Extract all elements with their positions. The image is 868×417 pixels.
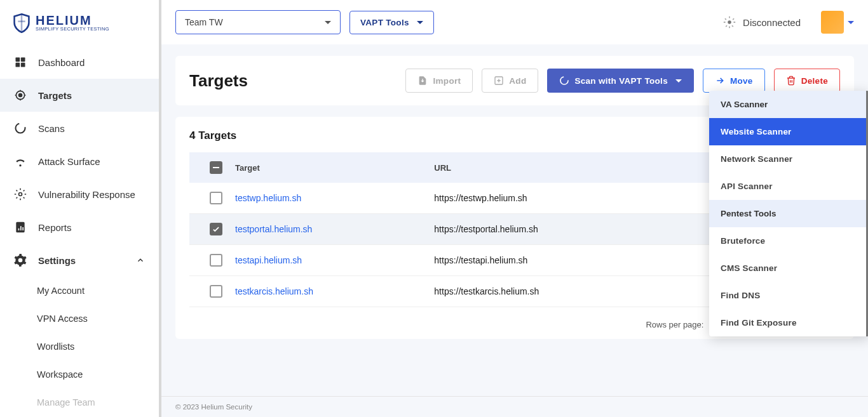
svg-rect-3 — [21, 63, 25, 67]
import-button[interactable]: Import — [405, 69, 473, 93]
dropdown-item-api-scanner[interactable]: API Scanner — [709, 173, 866, 200]
chevron-up-icon — [136, 256, 145, 265]
chevron-down-icon — [325, 21, 331, 24]
move-button[interactable]: Move — [703, 69, 765, 93]
sidebar-item-label: Targets — [38, 90, 72, 101]
wifi-icon — [14, 155, 27, 168]
sidebar-item-dashboard[interactable]: Dashboard — [0, 46, 159, 79]
sidebar-sub-my-account[interactable]: My Account — [0, 277, 159, 305]
dropdown-item-find-dns[interactable]: Find DNS — [709, 282, 866, 309]
check-icon — [212, 225, 220, 234]
target-url: https://testwp.helium.sh — [434, 193, 700, 203]
sidebar-item-vuln-response[interactable]: Vulnerability Response — [0, 178, 159, 211]
sidebar-sub-wordlists[interactable]: Wordlists — [0, 333, 159, 361]
dropdown-header-pentest: Pentest Tools — [709, 200, 866, 227]
svg-point-7 — [19, 193, 22, 196]
page-title: Targets — [189, 71, 248, 91]
sidebar-item-targets[interactable]: Targets — [0, 79, 159, 112]
sidebar-item-label: Vulnerability Response — [38, 189, 135, 200]
col-target: Target — [235, 163, 434, 173]
copyright: © 2023 Helium Security — [161, 396, 868, 417]
report-icon — [14, 221, 27, 234]
svg-rect-1 — [21, 58, 25, 62]
sidebar-sub-manage-team[interactable]: Manage Team — [0, 388, 159, 416]
sidebar: HELIUM SIMPLIFY SECURITY TESTING Dashboa… — [0, 0, 159, 417]
import-label: Import — [433, 76, 461, 86]
svg-rect-0 — [16, 58, 20, 62]
target-url: https://testapi.helium.sh — [434, 255, 700, 265]
dropdown-item-bruteforce[interactable]: Bruteforce — [709, 227, 866, 255]
logo-text: HELIUM — [36, 14, 109, 27]
svg-point-10 — [560, 77, 568, 84]
move-label: Move — [730, 76, 753, 86]
sidebar-item-label: Scans — [38, 123, 65, 134]
logo[interactable]: HELIUM SIMPLIFY SECURITY TESTING — [0, 8, 159, 46]
target-link[interactable]: testapi.helium.sh — [235, 255, 434, 265]
target-link[interactable]: testwp.helium.sh — [235, 193, 434, 203]
team-selector[interactable]: Team TW — [175, 10, 341, 34]
scan-icon — [559, 76, 569, 86]
svg-point-5 — [19, 94, 22, 97]
dropdown-item-website-scanner[interactable]: Website Scanner — [709, 118, 866, 145]
sidebar-sub-workspace[interactable]: Workspace — [0, 361, 159, 388]
sidebar-item-attack-surface[interactable]: Attack Surface — [0, 145, 159, 178]
scan-label: Scan with VAPT Tools — [574, 76, 668, 86]
connection-label: Disconnected — [743, 17, 801, 28]
svg-point-8 — [728, 20, 731, 24]
dashboard-icon — [14, 56, 27, 69]
checkbox-all[interactable] — [210, 161, 222, 174]
globe-icon — [722, 15, 736, 29]
target-link[interactable]: testportal.helium.sh — [235, 224, 434, 234]
row-checkbox[interactable] — [210, 223, 222, 235]
delete-label: Delete — [801, 76, 828, 86]
target-url: https://testkarcis.helium.sh — [434, 286, 700, 296]
row-checkbox[interactable] — [210, 285, 222, 298]
trash-icon — [786, 76, 796, 86]
delete-button[interactable]: Delete — [774, 69, 840, 93]
dropdown-item-cms-scanner[interactable]: CMS Scanner — [709, 255, 866, 282]
topbar: Team TW VAPT Tools Disconnected — [161, 0, 868, 44]
chevron-down-icon — [417, 21, 423, 24]
sidebar-item-scans[interactable]: Scans — [0, 112, 159, 145]
arrow-right-icon — [715, 76, 725, 86]
plus-icon — [494, 76, 504, 86]
add-button[interactable]: Add — [482, 69, 538, 93]
svg-rect-2 — [16, 63, 20, 67]
col-url: URL — [434, 163, 700, 173]
sidebar-item-label: Settings — [38, 255, 76, 266]
dropdown-header-va: VA Scanner — [709, 91, 866, 118]
rows-per-page-label: Rows per page: — [646, 320, 703, 329]
shield-icon — [13, 13, 31, 33]
tools-selector[interactable]: VAPT Tools — [349, 11, 434, 34]
dropdown-item-network-scanner[interactable]: Network Scanner — [709, 145, 866, 173]
avatar — [821, 11, 844, 34]
sidebar-sub-vpn-access[interactable]: VPN Access — [0, 305, 159, 333]
sidebar-item-reports[interactable]: Reports — [0, 211, 159, 244]
sidebar-item-settings[interactable]: Settings — [0, 244, 159, 277]
settings-icon — [14, 254, 27, 267]
target-icon — [14, 89, 27, 102]
chevron-down-icon — [848, 21, 854, 24]
scan-dropdown: VA Scanner Website Scanner Network Scann… — [709, 91, 868, 336]
target-link[interactable]: testkarcis.helium.sh — [235, 286, 434, 296]
sidebar-item-label: Dashboard — [38, 57, 85, 68]
logo-tagline: SIMPLIFY SECURITY TESTING — [36, 27, 109, 32]
svg-point-6 — [16, 124, 25, 133]
tools-selector-label: VAPT Tools — [360, 18, 409, 27]
target-url: https://testportal.helium.sh — [434, 224, 700, 234]
scan-icon — [14, 122, 27, 135]
row-checkbox[interactable] — [210, 254, 222, 267]
team-selector-label: Team TW — [185, 17, 223, 27]
import-icon — [417, 76, 428, 86]
add-label: Add — [509, 76, 526, 86]
sidebar-item-label: Reports — [38, 222, 72, 233]
gear-icon — [14, 188, 27, 201]
scan-button[interactable]: Scan with VAPT Tools — [547, 69, 694, 93]
chevron-down-icon — [675, 79, 682, 83]
dropdown-item-find-git[interactable]: Find Git Exposure — [709, 309, 866, 336]
row-checkbox[interactable] — [210, 192, 222, 204]
user-menu[interactable] — [821, 11, 854, 34]
connection-status: Disconnected — [722, 15, 801, 29]
sidebar-item-label: Attack Surface — [38, 156, 100, 167]
